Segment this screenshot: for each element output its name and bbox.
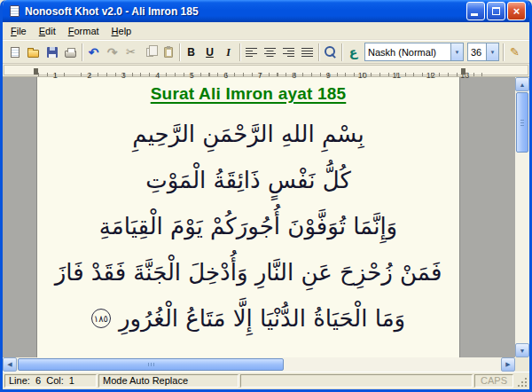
open-folder-icon xyxy=(27,50,39,58)
minimize-button[interactable] xyxy=(466,2,485,20)
window-controls: × xyxy=(466,2,526,20)
menu-help[interactable]: Help xyxy=(106,24,138,38)
ruler-number: 1 xyxy=(38,71,73,81)
ruler-number: 8 xyxy=(278,71,312,81)
cut-button[interactable]: ✂ xyxy=(121,43,140,62)
status-spacer xyxy=(240,374,473,388)
ruler-strip: 12345678910111213 xyxy=(4,65,528,75)
toolbar: ↶ ↷ ✂ B U I ع Naskh (Normal) ▼ 36 xyxy=(3,40,529,64)
align-center-button[interactable] xyxy=(261,43,279,62)
menu-edit[interactable]: Edit xyxy=(33,24,62,38)
align-center-icon xyxy=(264,47,276,58)
maximize-icon xyxy=(492,7,500,15)
right-margin-marker[interactable] xyxy=(461,68,466,74)
minimize-icon xyxy=(471,13,478,16)
open-button[interactable] xyxy=(24,43,43,62)
ruler-numbers: 12345678910111213 xyxy=(38,66,482,77)
document-title: Surat Ali Imron ayat 185 xyxy=(37,84,459,106)
maximize-button[interactable] xyxy=(487,2,505,20)
arabic-line-last: وَمَا الْحَيَاةُ الدُّنْيَا إِلَّا مَتَا… xyxy=(37,295,459,341)
copy-icon xyxy=(146,48,153,57)
chevron-down-icon[interactable]: ▼ xyxy=(486,43,498,60)
vertical-scroll-track[interactable] xyxy=(515,91,529,343)
person-icon xyxy=(528,47,532,58)
print-icon xyxy=(65,51,76,58)
horizontal-scrollbar[interactable]: ◀ ▶ xyxy=(3,357,515,372)
design-button[interactable]: ✎ xyxy=(505,43,524,62)
app-icon-page xyxy=(10,5,20,17)
scroll-up-button[interactable]: ▲ xyxy=(515,77,529,91)
redo-button[interactable]: ↷ xyxy=(103,43,121,62)
pencil-icon: ✎ xyxy=(510,46,520,58)
document-page[interactable]: Surat Ali Imron ayat 185 بِسْمِ اللهِ ال… xyxy=(36,77,460,357)
status-caps-indicator: CAPS xyxy=(474,374,513,388)
toolbar-separator xyxy=(502,43,505,61)
menu-format[interactable]: Format xyxy=(62,24,106,38)
chevron-down-icon[interactable]: ▼ xyxy=(450,43,463,60)
arabic-line: كُلُّ نَفْسٍ ذَائِقَةُ الْمَوْتِ xyxy=(37,157,459,203)
scroll-right-button[interactable]: ▶ xyxy=(501,357,515,372)
titlebar[interactable]: Nonosoft Khot v2.0 - Ali Imron 185 × xyxy=(3,0,529,22)
new-button[interactable] xyxy=(5,43,24,62)
horizontal-scrollbar-row: ◀ ▶ xyxy=(3,357,529,372)
status-line-col: Line: 6 Col: 1 xyxy=(4,374,97,388)
ruler-number: 6 xyxy=(209,71,244,81)
italic-button[interactable]: I xyxy=(219,43,238,62)
close-button[interactable]: × xyxy=(507,2,526,20)
justify-button[interactable] xyxy=(298,43,317,62)
italic-icon: I xyxy=(226,47,231,58)
menu-file[interactable]: File xyxy=(4,24,33,38)
copy-button[interactable] xyxy=(140,43,159,62)
paste-clipboard-icon xyxy=(164,47,173,58)
horizontal-scroll-track[interactable] xyxy=(17,357,501,372)
resize-grip[interactable] xyxy=(515,374,528,388)
bold-button[interactable]: B xyxy=(182,43,200,62)
font-size-select[interactable]: 36 ▼ xyxy=(467,43,499,61)
bold-icon: B xyxy=(187,47,195,58)
vertical-scroll-thumb[interactable] xyxy=(516,92,528,153)
main-area: Surat Ali Imron ayat 185 بِسْمِ اللهِ ال… xyxy=(3,77,529,357)
horizontal-scroll-thumb[interactable] xyxy=(18,358,284,371)
justify-icon xyxy=(301,47,313,58)
ruler-number: 5 xyxy=(175,71,209,81)
align-left-button[interactable] xyxy=(242,43,261,62)
toolbar-separator xyxy=(317,43,320,61)
align-left-icon xyxy=(246,47,257,58)
toolbar-separator xyxy=(239,43,241,61)
document-workspace[interactable]: Surat Ali Imron ayat 185 بِسْمِ اللهِ ال… xyxy=(3,77,515,357)
toolbar-separator xyxy=(81,43,83,61)
ruler: 12345678910111213 xyxy=(3,64,529,77)
scroll-down-button[interactable]: ▼ xyxy=(515,343,529,357)
undo-icon: ↶ xyxy=(89,46,99,59)
ruler-number: 12 xyxy=(414,71,449,81)
arabic-symbol-button[interactable]: ع xyxy=(344,43,363,62)
app-window: Nonosoft Khot v2.0 - Ali Imron 185 × Fil… xyxy=(0,0,532,392)
status-mode: Mode Auto Replace xyxy=(98,374,239,388)
arabic-line-bismillah: بِسْمِ اللهِ الرَّحْمَنِ الرَّحِيمِ xyxy=(37,111,459,157)
paste-button[interactable] xyxy=(159,43,177,62)
window-title: Nonosoft Khot v2.0 - Ali Imron 185 xyxy=(25,5,463,18)
ruler-number: 7 xyxy=(243,71,278,81)
cut-scissors-icon: ✂ xyxy=(126,46,136,58)
font-family-select[interactable]: Naskh (Normal) ▼ xyxy=(364,43,464,61)
zoom-button[interactable] xyxy=(321,43,340,62)
vertical-scrollbar[interactable]: ▲ ▼ xyxy=(515,77,529,357)
arabic-ain-icon: ع xyxy=(349,46,358,59)
toolbar-separator xyxy=(340,43,343,61)
menu-bar: File Edit Format Help xyxy=(3,22,529,40)
toolbar-separator xyxy=(178,43,181,61)
align-right-button[interactable] xyxy=(279,43,298,62)
undo-button[interactable]: ↶ xyxy=(84,43,103,62)
status-bar: Line: 6 Col: 1 Mode Auto Replace CAPS xyxy=(3,372,529,389)
font-family-value: Naskh (Normal) xyxy=(365,47,450,58)
about-button[interactable] xyxy=(524,43,532,62)
print-button[interactable] xyxy=(61,43,80,62)
scroll-left-button[interactable]: ◀ xyxy=(3,357,17,372)
underline-button[interactable]: U xyxy=(200,43,219,62)
font-size-value: 36 xyxy=(468,47,486,58)
verse-number-badge: ١٨٥ xyxy=(91,309,111,328)
new-document-icon xyxy=(11,47,20,58)
save-button[interactable] xyxy=(43,43,61,62)
align-right-icon xyxy=(283,47,294,58)
ruler-number: 4 xyxy=(141,71,176,81)
